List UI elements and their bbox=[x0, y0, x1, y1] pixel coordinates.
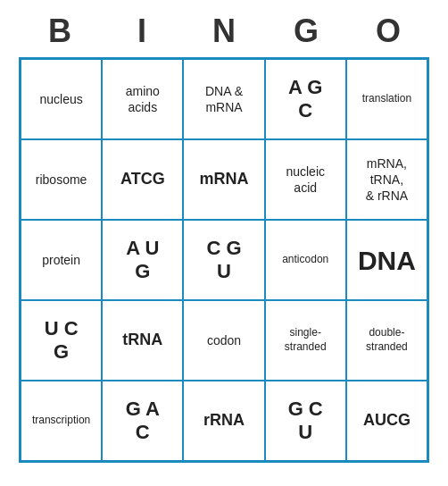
cell-text-0-3: A G C bbox=[288, 76, 322, 123]
grid-row-4: transcriptionG A CrRNAG C UAUCG bbox=[21, 381, 427, 460]
grid-cell-0-4: translation bbox=[347, 60, 427, 138]
cell-text-0-1: amino acids bbox=[126, 83, 160, 115]
grid-cell-4-1: G A C bbox=[103, 381, 184, 460]
cell-text-4-1: G A C bbox=[126, 398, 160, 445]
cell-text-1-4: mRNA, tRNA, & rRNA bbox=[366, 155, 408, 205]
grid-cell-2-3: anticodon bbox=[266, 221, 347, 299]
cell-text-4-2: rRNA bbox=[203, 410, 245, 431]
grid-cell-1-1: ATCG bbox=[103, 140, 184, 219]
grid-cell-1-0: ribosome bbox=[21, 140, 103, 219]
cell-text-4-0: transcription bbox=[32, 414, 90, 428]
cell-text-1-1: ATCG bbox=[120, 169, 165, 189]
cell-text-2-2: C G U bbox=[206, 237, 241, 284]
grid-cell-3-2: codon bbox=[184, 301, 265, 380]
bingo-grid: nucleusamino acidsDNA & mRNAA G Ctransla… bbox=[19, 57, 429, 463]
grid-cell-1-2: mRNA bbox=[184, 140, 265, 219]
header-letter-N: N bbox=[183, 9, 265, 54]
cell-text-1-0: ribosome bbox=[36, 172, 87, 188]
grid-cell-2-1: A U G bbox=[103, 221, 184, 299]
cell-text-4-3: G C U bbox=[288, 398, 323, 445]
grid-cell-1-3: nucleic acid bbox=[266, 140, 347, 219]
cell-text-0-4: translation bbox=[362, 92, 411, 106]
grid-cell-3-0: U C G bbox=[21, 301, 103, 380]
grid-cell-1-4: mRNA, tRNA, & rRNA bbox=[347, 140, 427, 219]
bingo-header: BINGO bbox=[19, 9, 429, 54]
header-letter-B: B bbox=[19, 9, 101, 54]
cell-text-2-3: anticodon bbox=[282, 253, 328, 267]
grid-cell-0-3: A G C bbox=[266, 60, 347, 138]
cell-text-0-0: nucleus bbox=[39, 91, 82, 107]
cell-text-0-2: DNA & mRNA bbox=[205, 83, 243, 115]
grid-row-0: nucleusamino acidsDNA & mRNAA G Ctransla… bbox=[21, 60, 427, 140]
cell-text-3-1: tRNA bbox=[122, 330, 162, 350]
grid-row-2: proteinA U GC G UanticodonDNA bbox=[21, 221, 427, 301]
grid-cell-3-3: single- stranded bbox=[266, 301, 347, 380]
cell-text-1-2: mRNA bbox=[200, 169, 249, 189]
grid-cell-4-4: AUCG bbox=[347, 381, 427, 460]
grid-cell-0-1: amino acids bbox=[103, 60, 184, 138]
header-letter-I: I bbox=[101, 9, 183, 54]
grid-cell-3-1: tRNA bbox=[103, 301, 184, 380]
cell-text-4-4: AUCG bbox=[363, 410, 411, 431]
header-letter-O: O bbox=[347, 9, 429, 54]
grid-cell-4-0: transcription bbox=[21, 381, 103, 460]
cell-text-2-4: DNA bbox=[358, 243, 416, 278]
cell-text-3-4: double- stranded bbox=[366, 326, 408, 354]
grid-cell-4-3: G C U bbox=[266, 381, 347, 460]
cell-text-3-0: U C G bbox=[45, 317, 79, 364]
header-letter-G: G bbox=[265, 9, 347, 54]
cell-text-2-1: A U G bbox=[126, 237, 159, 284]
cell-text-2-0: protein bbox=[42, 252, 80, 268]
grid-cell-2-2: C G U bbox=[184, 221, 265, 299]
grid-row-1: ribosomeATCGmRNAnucleic acidmRNA, tRNA, … bbox=[21, 140, 427, 221]
grid-row-3: U C GtRNAcodonsingle- strandeddouble- st… bbox=[21, 301, 427, 381]
grid-cell-2-4: DNA bbox=[347, 221, 427, 299]
cell-text-1-3: nucleic acid bbox=[286, 163, 325, 196]
grid-cell-0-2: DNA & mRNA bbox=[184, 60, 265, 138]
cell-text-3-2: codon bbox=[207, 332, 241, 348]
grid-cell-2-0: protein bbox=[21, 221, 103, 299]
grid-cell-3-4: double- stranded bbox=[347, 301, 427, 380]
grid-cell-4-2: rRNA bbox=[184, 381, 265, 460]
cell-text-3-3: single- stranded bbox=[285, 326, 327, 354]
grid-cell-0-0: nucleus bbox=[21, 60, 103, 138]
